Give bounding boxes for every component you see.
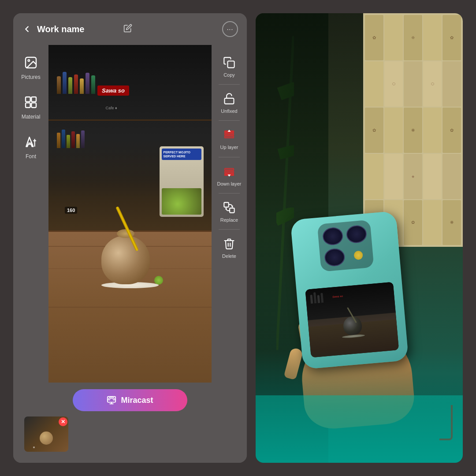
svg-rect-17 bbox=[224, 202, 228, 207]
unfixed-label: Unfixed bbox=[221, 108, 237, 114]
app-container: Work name ··· bbox=[0, 0, 476, 476]
delete-x-icon: ✕ bbox=[61, 419, 65, 425]
back-button[interactable] bbox=[22, 24, 32, 34]
copy-label: Copy bbox=[223, 72, 235, 78]
right-panel: ✿ ❈ ✿ ⬡ ⬡ ✿ ❋ ✿ ◈ ❋ bbox=[256, 13, 463, 463]
svg-rect-5 bbox=[31, 103, 36, 108]
pictures-icon bbox=[22, 54, 40, 71]
svg-rect-18 bbox=[230, 208, 234, 213]
toolbar-pictures[interactable]: Pictures bbox=[21, 54, 40, 80]
phone-case-photo: ✿ ❈ ✿ ⬡ ⬡ ✿ ❋ ✿ ◈ ❋ bbox=[256, 13, 463, 463]
copy-button[interactable]: Copy bbox=[212, 49, 247, 83]
thumbnail-1[interactable]: ✕ bbox=[24, 416, 68, 452]
delete-button[interactable]: Delete bbox=[212, 231, 247, 264]
svg-rect-9 bbox=[228, 61, 234, 68]
sawa-sign: Sawa so bbox=[97, 86, 129, 96]
toolbar-font[interactable]: Font bbox=[22, 133, 40, 160]
main-canvas[interactable]: Sawa so Cafe ♦ bbox=[48, 45, 212, 383]
svg-rect-2 bbox=[26, 97, 30, 102]
svg-rect-11 bbox=[225, 136, 234, 138]
up-layer-icon bbox=[221, 127, 237, 143]
delete-label: Delete bbox=[222, 253, 236, 259]
miracast-button[interactable]: Miracast bbox=[73, 389, 187, 411]
photo-background: Sawa so Cafe ♦ bbox=[48, 45, 212, 383]
toolbar-material[interactable]: Material bbox=[22, 93, 41, 120]
svg-rect-3 bbox=[31, 97, 36, 102]
edit-icon[interactable] bbox=[123, 24, 132, 35]
left-panel: Work name ··· bbox=[13, 13, 247, 463]
delete-icon bbox=[221, 236, 237, 252]
svg-rect-12 bbox=[225, 134, 234, 136]
svg-rect-10 bbox=[225, 98, 234, 104]
copy-icon bbox=[221, 55, 237, 71]
unfixed-icon bbox=[221, 91, 237, 107]
canvas-area: Pictures Material bbox=[13, 45, 247, 383]
down-layer-button[interactable]: Down layer bbox=[212, 158, 247, 192]
work-name-title: Work name bbox=[37, 24, 116, 34]
down-layer-icon bbox=[221, 164, 237, 179]
material-icon bbox=[22, 93, 40, 111]
up-layer-button[interactable]: Up layer bbox=[212, 122, 247, 156]
unfixed-button[interactable]: Unfixed bbox=[212, 86, 247, 119]
material-label: Material bbox=[22, 114, 41, 120]
miracast-label: Miracast bbox=[121, 396, 153, 405]
more-button[interactable]: ··· bbox=[222, 21, 238, 37]
font-icon bbox=[22, 133, 40, 151]
bottom-section: Miracast ✕ bbox=[13, 383, 247, 463]
svg-point-1 bbox=[28, 60, 30, 61]
replace-icon bbox=[221, 200, 237, 216]
svg-rect-4 bbox=[26, 103, 30, 108]
svg-rect-14 bbox=[225, 168, 234, 171]
up-layer-label: Up layer bbox=[220, 145, 238, 150]
pictures-label: Pictures bbox=[21, 74, 40, 80]
thumbnail-delete-button[interactable]: ✕ bbox=[59, 417, 67, 426]
left-toolbar: Pictures Material bbox=[13, 45, 48, 383]
thumbnail-strip: ✕ bbox=[22, 416, 238, 456]
context-menu: Copy Unfixed bbox=[212, 45, 247, 383]
down-layer-label: Down layer bbox=[217, 181, 241, 187]
replace-label: Replace bbox=[220, 217, 238, 223]
replace-button[interactable]: Replace bbox=[212, 194, 247, 228]
header: Work name ··· bbox=[13, 13, 247, 45]
svg-rect-15 bbox=[225, 171, 234, 173]
font-label: Font bbox=[26, 153, 36, 160]
miracast-icon bbox=[107, 395, 116, 405]
